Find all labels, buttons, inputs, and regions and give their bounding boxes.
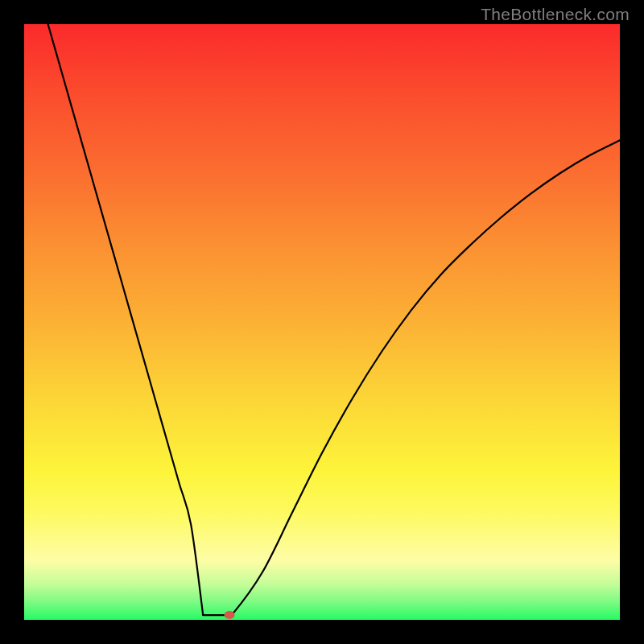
watermark-text: TheBottleneck.com [481,5,630,24]
min-marker [225,611,235,619]
chart-container: TheBottleneck.com [0,0,644,644]
plot-area [24,24,620,620]
bottleneck-curve-path [48,24,620,617]
curve-svg [24,24,620,620]
